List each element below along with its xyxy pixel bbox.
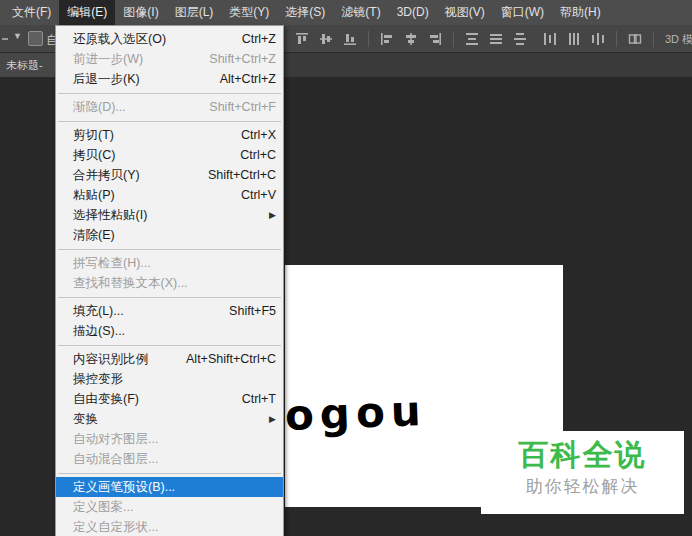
menubar-item-5[interactable]: 选择(S)	[277, 0, 333, 25]
menu-item-label: 还原载入选区(O)	[73, 31, 166, 48]
edit-menu-item-24: 自动混合图层...	[56, 449, 283, 469]
edit-menu-item-17[interactable]: 描边(S)...	[56, 321, 283, 341]
toolbar-divider	[453, 31, 454, 47]
menu-item-label: 自动混合图层...	[73, 451, 158, 468]
menu-item-label: 选择性粘贴(I)	[73, 207, 147, 224]
distribute-horizontal-centers-icon[interactable]	[567, 32, 581, 46]
edit-menu-item-2[interactable]: 后退一步(K)Alt+Ctrl+Z	[56, 69, 283, 89]
edit-menu-item-14: 查找和替换文本(X)...	[56, 273, 283, 293]
toolbar-divider	[653, 31, 654, 47]
canvas-brush-text: sogou	[285, 386, 427, 441]
edit-menu-item-20[interactable]: 操控变形	[56, 369, 283, 389]
menu-bar: 文件(F)编辑(E)图像(I)图层(L)类型(Y)选择(S)滤镜(T)3D(D)…	[0, 0, 692, 25]
edit-menu-item-4: 渐隐(D)...Shift+Ctrl+F	[56, 97, 283, 117]
menu-separator	[58, 121, 281, 122]
brand-watermark: 百科全说 助你轻松解决	[481, 431, 684, 514]
menu-item-label: 定义自定形状...	[73, 519, 158, 536]
edit-menu-dropdown: 还原载入选区(O)Ctrl+Z前进一步(W)Shift+Ctrl+Z后退一步(K…	[55, 25, 284, 536]
menu-item-label: 剪切(T)	[73, 127, 114, 144]
menu-item-label: 自动对齐图层...	[73, 431, 158, 448]
menu-item-shortcut: Shift+F5	[229, 304, 276, 318]
menu-item-label: 拼写检查(H)...	[73, 255, 151, 272]
auto-select-checkbox[interactable]	[28, 31, 43, 46]
menubar-item-8[interactable]: 视图(V)	[437, 0, 493, 25]
3d-mode-label: 3D 模式:	[665, 32, 692, 47]
menu-separator	[58, 297, 281, 298]
edit-menu-item-8[interactable]: 合并拷贝(Y)Shift+Ctrl+C	[56, 165, 283, 185]
brand-title: 百科全说	[481, 438, 684, 472]
menu-item-label: 查找和替换文本(X)...	[73, 275, 188, 292]
menu-item-shortcut: Ctrl+Z	[242, 32, 276, 46]
chevron-down-icon[interactable]: ▼	[13, 31, 22, 41]
align-top-edges-icon[interactable]	[295, 32, 309, 46]
distribute-bottom-edges-icon[interactable]	[513, 32, 527, 46]
edit-menu-item-23: 自动对齐图层...	[56, 429, 283, 449]
menu-item-shortcut: Ctrl+V	[241, 188, 276, 202]
menubar-item-0[interactable]: 文件(F)	[4, 0, 59, 25]
edit-menu-item-1: 前进一步(W)Shift+Ctrl+Z	[56, 49, 283, 69]
menu-item-label: 后退一步(K)	[73, 71, 140, 88]
align-left-edges-icon[interactable]	[380, 32, 394, 46]
submenu-arrow-icon: ▶	[269, 414, 276, 424]
edit-menu-item-11[interactable]: 清除(E)	[56, 225, 283, 245]
menu-item-label: 前进一步(W)	[73, 51, 143, 68]
menubar-item-6[interactable]: 滤镜(T)	[333, 0, 388, 25]
distribute-left-edges-icon[interactable]	[543, 32, 557, 46]
photoshop-window: 文件(F)编辑(E)图像(I)图层(L)类型(Y)选择(S)滤镜(T)3D(D)…	[0, 0, 692, 536]
menu-item-label: 描边(S)...	[73, 323, 125, 340]
toolbar-divider	[616, 31, 617, 47]
menubar-item-3[interactable]: 图层(L)	[167, 0, 222, 25]
menu-item-label: 粘贴(P)	[73, 187, 115, 204]
align-vertical-centers-icon[interactable]	[319, 32, 333, 46]
edit-menu-item-27: 定义图案...	[56, 497, 283, 517]
align-horizontal-centers-icon[interactable]	[404, 32, 418, 46]
menubar-item-2[interactable]: 图像(I)	[115, 0, 166, 25]
edit-menu-item-10[interactable]: 选择性粘贴(I)▶	[56, 205, 283, 225]
menu-item-shortcut: Alt+Shift+Ctrl+C	[186, 352, 276, 366]
menu-item-label: 填充(L)...	[73, 303, 124, 320]
submenu-arrow-icon: ▶	[269, 210, 276, 220]
menubar-item-4[interactable]: 类型(Y)	[221, 0, 277, 25]
edit-menu-item-16[interactable]: 填充(L)...Shift+F5	[56, 301, 283, 321]
menubar-item-1[interactable]: 编辑(E)	[59, 0, 115, 25]
distribute-top-edges-icon[interactable]	[465, 32, 479, 46]
menu-item-label: 清除(E)	[73, 227, 115, 244]
menu-item-label: 变换	[73, 411, 98, 428]
menu-separator	[58, 473, 281, 474]
edit-menu-item-21[interactable]: 自由变换(F)Ctrl+T	[56, 389, 283, 409]
align-right-edges-icon[interactable]	[428, 32, 442, 46]
menu-item-label: 渐隐(D)...	[73, 99, 126, 116]
edit-menu-item-6[interactable]: 剪切(T)Ctrl+X	[56, 125, 283, 145]
menu-item-shortcut: Ctrl+T	[242, 392, 276, 406]
toolbar-divider	[368, 31, 369, 47]
brand-subtitle: 助你轻松解决	[481, 475, 684, 498]
edit-menu-item-9[interactable]: 粘贴(P)Ctrl+V	[56, 185, 283, 205]
edit-menu-item-0[interactable]: 还原载入选区(O)Ctrl+Z	[56, 29, 283, 49]
edit-menu-item-22[interactable]: 变换▶	[56, 409, 283, 429]
menu-item-shortcut: Ctrl+X	[241, 128, 276, 142]
edit-menu-item-28: 定义自定形状...	[56, 517, 283, 536]
tool-preset-icon[interactable]	[2, 38, 8, 40]
menu-item-shortcut: Shift+Ctrl+F	[209, 100, 276, 114]
menu-item-label: 合并拷贝(Y)	[73, 167, 140, 184]
align-bottom-edges-icon[interactable]	[343, 32, 357, 46]
auto-align-layers-icon[interactable]	[628, 32, 642, 46]
edit-menu-item-13: 拼写检查(H)...	[56, 253, 283, 273]
menu-item-label: 定义图案...	[73, 499, 133, 516]
menu-item-shortcut: Ctrl+C	[240, 148, 276, 162]
distribute-right-edges-icon[interactable]	[591, 32, 605, 46]
menu-item-label: 自由变换(F)	[73, 391, 139, 408]
edit-menu-item-19[interactable]: 内容识别比例Alt+Shift+Ctrl+C	[56, 349, 283, 369]
edit-menu-item-7[interactable]: 拷贝(C)Ctrl+C	[56, 145, 283, 165]
menu-separator	[58, 345, 281, 346]
menubar-item-7[interactable]: 3D(D)	[389, 0, 437, 25]
menubar-item-10[interactable]: 帮助(H)	[552, 0, 609, 25]
menu-item-shortcut: Shift+Ctrl+C	[208, 168, 276, 182]
menubar-item-9[interactable]: 窗口(W)	[493, 0, 552, 25]
menu-item-label: 定义画笔预设(B)...	[73, 479, 175, 496]
alignment-toolbar: 3D 模式:	[290, 30, 692, 48]
menu-item-shortcut: Shift+Ctrl+Z	[209, 52, 276, 66]
menu-item-shortcut: Alt+Ctrl+Z	[220, 72, 276, 86]
edit-menu-item-26[interactable]: 定义画笔预设(B)...	[56, 477, 283, 497]
distribute-vertical-centers-icon[interactable]	[489, 32, 503, 46]
